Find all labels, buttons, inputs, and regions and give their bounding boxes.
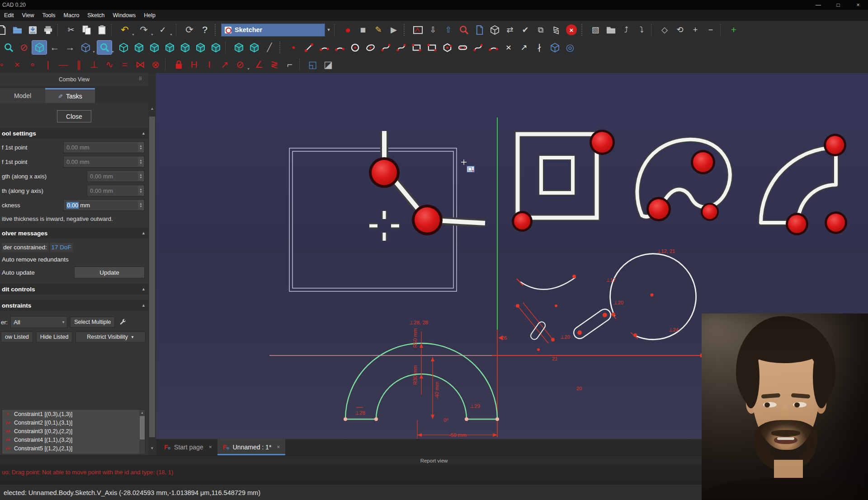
panel-scrollbar[interactable]: ▲ ▼	[148, 73, 156, 455]
arch-sketch[interactable]: R50 mm R30 mm -40 mm -50 mm 0° ⊥28, 28 ⊥…	[344, 320, 499, 439]
spinner-arrows[interactable]: ▲▼	[138, 157, 144, 167]
view-section-icon[interactable]	[487, 23, 502, 37]
nav-forward-icon[interactable]: →	[63, 41, 77, 54]
toolbar-grip[interactable]	[404, 24, 408, 36]
constraint-perpendicular-icon[interactable]: ⊥	[87, 58, 101, 71]
constraint-list-item[interactable]: ∿Constraint5 [(1,2),(2,1)]	[2, 444, 145, 453]
zoom-fit-icon[interactable]	[1, 41, 16, 54]
constraint-list-scrollbar[interactable]: ▲	[139, 410, 145, 454]
nav-back-icon[interactable]: ←	[47, 41, 62, 54]
new-document-icon[interactable]	[0, 23, 9, 37]
mirror-sketch-icon[interactable]: ⧎	[549, 23, 563, 37]
axis-cross-icon[interactable]: +	[726, 23, 741, 37]
geo-polyline-icon[interactable]	[378, 41, 393, 54]
scrollbar-thumb[interactable]	[149, 117, 155, 437]
geo-arc3pt-icon[interactable]	[332, 41, 347, 54]
validate-sketch-icon[interactable]	[457, 23, 471, 37]
geo-point-icon[interactable]: •	[286, 41, 301, 54]
spinner-arrows[interactable]: ▲▼	[138, 186, 144, 196]
geo-bspline-icon[interactable]	[471, 41, 485, 54]
menu-tools[interactable]: Tools	[38, 10, 59, 21]
view-right-icon[interactable]	[162, 41, 177, 54]
geo-fillet-icon[interactable]	[486, 41, 500, 54]
save-icon[interactable]	[25, 23, 40, 37]
group-folder-icon[interactable]	[604, 23, 618, 37]
constraint-parallel-icon[interactable]: ∥	[71, 58, 86, 71]
scrollbar-thumb[interactable]	[140, 416, 145, 439]
section-tool-settings[interactable]: ool settings ▲	[0, 128, 148, 139]
clip-plane2-icon[interactable]	[247, 41, 261, 54]
clipping-icon[interactable]: ⊘	[17, 41, 31, 54]
auto-remove-redundants[interactable]: Auto remove redundants	[2, 256, 146, 263]
view-left-icon[interactable]	[208, 41, 223, 54]
menu-help[interactable]: Help	[140, 10, 160, 21]
constraint-block-icon[interactable]: ⊗	[148, 58, 163, 71]
field-input[interactable]: 0.00 mm▲▼	[63, 156, 145, 168]
construction-sketch[interactable]: ⊥12, 21 ⊥17 ⊥20 ⊥24 ⊥20 20 21 26	[498, 248, 696, 391]
constraint-diameter-icon[interactable]: ⊘	[233, 58, 247, 71]
tab-tasks[interactable]: ✎ Tasks	[45, 88, 95, 103]
constraint-equal-icon[interactable]: =	[118, 58, 132, 71]
constraint-hdistance-icon[interactable]: H	[187, 58, 201, 71]
constraint-vdistance-icon[interactable]: I	[202, 58, 217, 71]
section-constraints[interactable]: onstraints ▲	[0, 300, 148, 311]
make-sub-link-icon[interactable]: ⤵	[634, 23, 649, 37]
view-rear-icon[interactable]	[178, 41, 192, 54]
isometric-view-icon[interactable]	[78, 41, 93, 54]
measure-icon[interactable]: ╱	[262, 41, 277, 54]
macro-stop-icon[interactable]: ■	[356, 23, 370, 37]
constraint-diameter-icon-dropdown[interactable]: ▼	[247, 67, 251, 70]
refresh-icon[interactable]: ⟳	[182, 23, 197, 37]
geo-rounded-rect-icon[interactable]	[425, 41, 439, 54]
scroll-up-icon[interactable]: ▲	[139, 410, 145, 416]
scroll-down-icon[interactable]: ▼	[148, 444, 156, 452]
update-button[interactable]: Update	[74, 266, 145, 278]
geo-slot-icon[interactable]	[455, 41, 470, 54]
filter-dropdown[interactable]: All ▼	[10, 316, 67, 328]
carbon-copy-icon[interactable]: ◎	[563, 41, 577, 54]
geo-split-icon[interactable]: ∤	[532, 41, 547, 54]
merge-sketches-icon[interactable]: ⧉	[533, 23, 548, 37]
geo-line-icon[interactable]	[302, 41, 316, 54]
field-input[interactable]: 0.00 mm▲▼	[63, 141, 145, 153]
macro-play-icon[interactable]: ▶	[387, 23, 401, 37]
view-front-icon[interactable]	[132, 41, 146, 54]
scroll-up-icon[interactable]: ▲	[148, 105, 156, 112]
menu-windows[interactable]: Windows	[109, 10, 140, 21]
view-axonometric-icon[interactable]	[116, 41, 131, 54]
geo-arc-icon[interactable]	[317, 41, 331, 54]
view-sketch-icon[interactable]	[472, 23, 486, 37]
validate-check-icon[interactable]: ✓	[156, 23, 170, 37]
spline-insert-knot-icon[interactable]: +	[688, 23, 703, 37]
close-tab-icon[interactable]: ×	[209, 444, 212, 450]
dof-link[interactable]: 17 DoF	[50, 243, 73, 252]
isometric-view-icon-dropdown[interactable]: ▼	[92, 50, 96, 53]
print-icon[interactable]	[41, 23, 55, 37]
leave-sketch-icon[interactable]: ⇧	[441, 23, 456, 37]
constraint-snell-icon[interactable]: ≷	[267, 58, 282, 71]
constraint-list-item[interactable]: ∿Constraint3 [(0,2),(2,2)]	[2, 427, 145, 435]
dock-icon[interactable]: ⠿	[139, 76, 142, 81]
spinner-arrows[interactable]: ▲▼	[138, 142, 144, 152]
constraint-list-item[interactable]: ∿Constraint2 [(0,1),(3,1)]	[2, 418, 145, 427]
constraint-partial-icon[interactable]: ∘	[0, 58, 9, 71]
geo-rectangle-icon[interactable]	[409, 41, 424, 54]
constraint-coincident-icon[interactable]: ×	[10, 58, 24, 71]
validate-check-icon-dropdown[interactable]: ▼	[170, 33, 174, 36]
field-input[interactable]: 0.00 mm▲▼	[87, 185, 145, 196]
validate-sketch2-icon[interactable]: ✔	[518, 23, 533, 37]
geo-trim-icon[interactable]: ×	[501, 41, 516, 54]
geo-circle-icon[interactable]	[348, 41, 362, 54]
workbench-dropdown-icon[interactable]: ▼	[325, 28, 332, 32]
auto-update-label[interactable]: Auto update	[2, 269, 35, 276]
spinner-arrows[interactable]: ▲▼	[138, 171, 144, 181]
view-top-icon[interactable]	[147, 41, 161, 54]
draw-style-icon[interactable]	[97, 41, 112, 54]
close-tab-icon[interactable]: ×	[277, 444, 280, 450]
toggle-driving-constraint-icon[interactable]: ◱	[306, 58, 320, 71]
spinner-arrows[interactable]: ▲▼	[138, 200, 144, 210]
menu-edit[interactable]: Edit	[0, 10, 18, 21]
rotate-icon[interactable]: ⟲	[673, 23, 687, 37]
spline-remove-knot-icon[interactable]: −	[703, 23, 718, 37]
geo-spline-icon[interactable]	[394, 41, 408, 54]
